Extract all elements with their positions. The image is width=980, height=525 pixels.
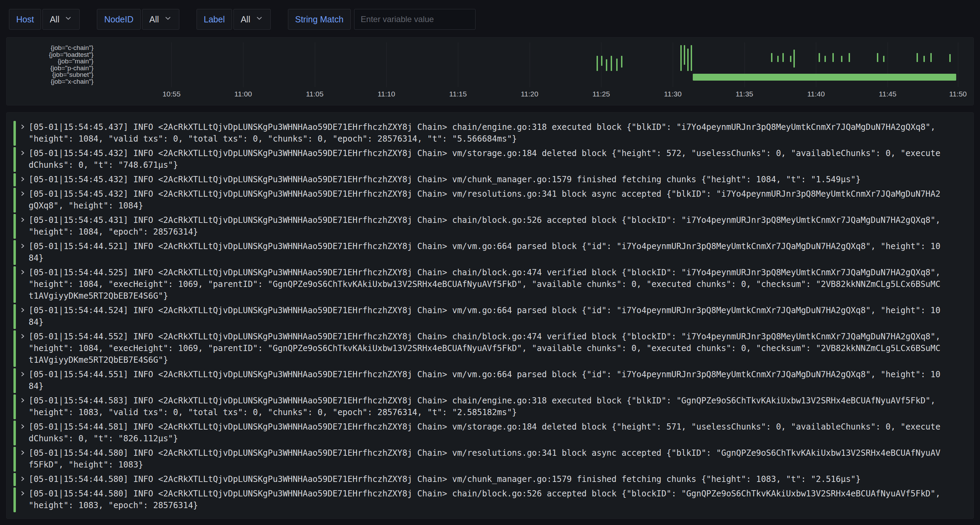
var-group-string-match: String Match — [288, 9, 476, 30]
log-level-bar — [13, 240, 16, 265]
log-line-text: [05-01|15:54:45.437] INFO <2AcRkXTLLtQjv… — [29, 121, 941, 146]
var-nodeid-value-dropdown[interactable]: All — [142, 9, 179, 30]
chevron-down-icon — [164, 14, 172, 24]
series-label: {job="subnet"} — [6, 71, 94, 78]
log-level-bar — [13, 121, 16, 146]
var-label-value-dropdown[interactable]: All — [234, 9, 271, 30]
log-line-text: [05-01|15:54:44.580] INFO <2AcRkXTLLtQjv… — [29, 473, 941, 486]
log-row[interactable]: [05-01|15:54:44.551] INFO <2AcRkXTLLtQjv… — [13, 368, 974, 393]
chart-plot[interactable] — [99, 42, 960, 87]
log-volume-bar — [832, 53, 834, 62]
var-nodeid-value: All — [149, 14, 159, 24]
gridline — [888, 42, 888, 87]
log-line-text: [05-01|15:54:45.432] INFO <2AcRkXTLLtQjv… — [29, 188, 941, 213]
log-row[interactable]: [05-01|15:54:44.580] INFO <2AcRkXTLLtQjv… — [13, 473, 974, 486]
log-line-text: [05-01|15:54:44.524] INFO <2AcRkXTLLtQjv… — [29, 304, 941, 329]
expand-chevron-icon[interactable] — [20, 147, 29, 172]
var-host-value-dropdown[interactable]: All — [42, 9, 80, 30]
gridline — [171, 42, 172, 87]
x-tick-label: 11:20 — [521, 90, 538, 98]
log-level-bar — [13, 266, 16, 303]
log-volume-bar — [916, 53, 918, 62]
expand-chevron-icon[interactable] — [20, 395, 29, 419]
log-volume-bar — [930, 53, 932, 62]
x-tick-label: 11:15 — [449, 90, 467, 98]
x-tick-label: 11:35 — [735, 90, 753, 98]
expand-chevron-icon[interactable] — [20, 304, 29, 329]
log-volume-bar — [790, 56, 791, 62]
log-row[interactable]: [05-01|15:54:44.580] INFO <2AcRkXTLLtQjv… — [13, 487, 974, 512]
string-match-input[interactable] — [354, 9, 476, 30]
expand-chevron-icon[interactable] — [20, 173, 29, 186]
expand-chevron-icon[interactable] — [20, 240, 29, 265]
expand-chevron-icon[interactable] — [20, 266, 29, 303]
x-tick-label: 11:05 — [306, 90, 323, 98]
series-label: {job="c-chain"} — [6, 44, 94, 51]
log-volume-bar — [771, 53, 772, 62]
x-tick-label: 11:00 — [234, 90, 252, 98]
var-host-value: All — [50, 14, 59, 24]
log-volume-bar — [611, 56, 612, 71]
expand-chevron-icon[interactable] — [20, 447, 29, 472]
log-level-bar — [13, 368, 16, 393]
expand-chevron-icon[interactable] — [20, 330, 29, 367]
log-row[interactable]: [05-01|15:54:45.432] INFO <2AcRkXTLLtQjv… — [13, 147, 974, 172]
log-line-text: [05-01|15:54:44.551] INFO <2AcRkXTLLtQjv… — [29, 368, 941, 393]
var-group-host: Host All — [9, 9, 80, 30]
log-level-bar — [13, 330, 16, 367]
log-row[interactable]: [05-01|15:54:44.552] INFO <2AcRkXTLLtQjv… — [13, 330, 974, 367]
log-row[interactable]: [05-01|15:54:45.437] INFO <2AcRkXTLLtQjv… — [13, 121, 974, 146]
expand-chevron-icon[interactable] — [20, 420, 29, 446]
var-nodeid-label: NodeID — [97, 9, 141, 30]
log-row[interactable]: [05-01|15:54:44.583] INFO <2AcRkXTLLtQjv… — [13, 395, 974, 419]
expand-chevron-icon[interactable] — [20, 214, 29, 239]
log-line-text: [05-01|15:54:44.525] INFO <2AcRkXTLLtQjv… — [29, 266, 941, 303]
x-tick-label: 11:25 — [592, 90, 610, 98]
log-row[interactable]: [05-01|15:54:44.580] INFO <2AcRkXTLLtQjv… — [13, 447, 974, 472]
log-volume-bar — [883, 56, 885, 62]
gridline — [386, 42, 387, 87]
gridline — [243, 42, 243, 87]
log-volume-bar — [684, 45, 685, 65]
var-label-value: All — [241, 14, 250, 24]
log-row[interactable]: [05-01|15:54:44.524] INFO <2AcRkXTLLtQjv… — [13, 304, 974, 329]
chart-x-axis: 10:5511:0011:0511:1011:1511:2011:2511:30… — [99, 90, 960, 100]
log-volume-band — [693, 74, 956, 81]
gridline — [745, 42, 745, 87]
log-line-text: [05-01|15:54:44.552] INFO <2AcRkXTLLtQjv… — [29, 330, 941, 367]
gridline — [530, 42, 530, 87]
var-group-nodeid: NodeID All — [97, 9, 179, 30]
log-row[interactable]: [05-01|15:54:44.521] INFO <2AcRkXTLLtQjv… — [13, 240, 974, 265]
log-line-text: [05-01|15:54:44.580] INFO <2AcRkXTLLtQjv… — [29, 487, 941, 512]
log-line-text: [05-01|15:54:44.521] INFO <2AcRkXTLLtQjv… — [29, 240, 941, 265]
log-volume-bar — [949, 54, 951, 62]
log-line-text: [05-01|15:54:45.432] INFO <2AcRkXTLLtQjv… — [29, 147, 941, 172]
log-row[interactable]: [05-01|15:54:44.525] INFO <2AcRkXTLLtQjv… — [13, 266, 974, 303]
log-level-bar — [13, 147, 16, 172]
var-host-label: Host — [9, 9, 41, 30]
expand-chevron-icon[interactable] — [20, 487, 29, 512]
log-volume-bar — [783, 53, 784, 62]
x-tick-label: 11:50 — [949, 90, 967, 98]
expand-chevron-icon[interactable] — [20, 368, 29, 393]
log-level-bar — [13, 304, 16, 329]
log-line-text: [05-01|15:54:44.581] INFO <2AcRkXTLLtQjv… — [29, 420, 941, 446]
log-volume-bar — [849, 53, 850, 62]
x-tick-label: 10:55 — [162, 90, 181, 98]
gridline — [458, 42, 458, 87]
log-volume-bar — [597, 56, 598, 71]
series-label: {job="main"} — [6, 58, 94, 65]
log-row[interactable]: [05-01|15:54:45.431] INFO <2AcRkXTLLtQjv… — [13, 214, 974, 239]
log-volume-bar — [794, 49, 795, 68]
expand-chevron-icon[interactable] — [20, 121, 29, 146]
expand-chevron-icon[interactable] — [20, 188, 29, 213]
log-volume-panel: {job="c-chain"}{job="loadtest"}{job="mai… — [6, 37, 974, 105]
log-volume-bar — [819, 53, 820, 62]
log-level-bar — [13, 214, 16, 239]
expand-chevron-icon[interactable] — [20, 473, 29, 486]
log-line-text: [05-01|15:54:45.431] INFO <2AcRkXTLLtQjv… — [29, 214, 941, 239]
log-row[interactable]: [05-01|15:54:45.432] INFO <2AcRkXTLLtQjv… — [13, 188, 974, 213]
log-row[interactable]: [05-01|15:54:45.432] INFO <2AcRkXTLLtQjv… — [13, 173, 974, 186]
log-line-text: [05-01|15:54:44.580] INFO <2AcRkXTLLtQjv… — [29, 447, 941, 472]
log-row[interactable]: [05-01|15:54:44.581] INFO <2AcRkXTLLtQjv… — [13, 420, 974, 446]
